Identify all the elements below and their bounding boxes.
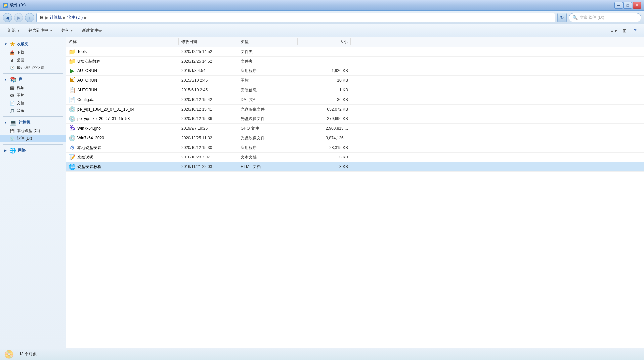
file-name: 本地硬盘安装: [77, 145, 101, 151]
file-icon: 📋: [69, 87, 75, 93]
file-type: 安装信息: [238, 87, 298, 94]
drive-c-icon: 💾: [9, 128, 15, 134]
close-button[interactable]: ✕: [633, 2, 641, 9]
sidebar-computer-label: 计算机: [19, 120, 30, 125]
divider-2: [3, 116, 63, 117]
sidebar-item-video[interactable]: 🎬 视频: [0, 84, 66, 92]
col-header-size[interactable]: 大小: [298, 38, 351, 45]
file-date: 2020/10/12 15:42: [179, 97, 238, 103]
sidebar-item-downloads[interactable]: 📥 下载: [0, 49, 66, 56]
col-header-name[interactable]: 名称: [66, 38, 179, 45]
view-details-button[interactable]: ⊞: [620, 26, 629, 35]
titlebar-icon: 📁: [3, 3, 8, 8]
file-date: 2020/10/12 15:30: [179, 145, 238, 151]
maximize-button[interactable]: □: [623, 2, 632, 9]
share-button[interactable]: 共享 ▼: [58, 26, 77, 35]
search-box[interactable]: 🔍 搜索 软件 (D:): [569, 13, 641, 22]
sidebar-section-favorites: ▼ ★ 收藏夹 📥 下载 🖥 桌面 🕐 最近访问的位置: [0, 40, 66, 71]
view-controls: ≡▼ ⊞ ?: [610, 26, 640, 35]
status-app-icon: 📀: [4, 350, 14, 359]
table-row[interactable]: 📝 光盘说明 2016/10/23 7:07 文本文档 5 KB: [66, 153, 644, 162]
organize-arrow: ▼: [17, 29, 20, 32]
file-icon: 📁: [69, 48, 75, 55]
sidebar-item-drive-d[interactable]: 💿 软件 (D:): [0, 135, 66, 142]
sidebar-item-documents[interactable]: 📄 文档: [0, 99, 66, 107]
file-icon: 💿: [69, 135, 75, 141]
file-size: [298, 61, 351, 62]
desktop-icon: 🖥: [9, 58, 15, 63]
sidebar-favorites-header[interactable]: ▼ ★ 收藏夹: [0, 40, 66, 49]
new-folder-button[interactable]: 新建文件夹: [78, 26, 106, 35]
file-list-header: 名称 修改日期 类型 大小: [66, 37, 644, 47]
file-size: 279,696 KB: [298, 116, 351, 122]
sidebar-network-header[interactable]: ▶ 🌐 网络: [0, 146, 66, 155]
table-row[interactable]: 🖼 AUTORUN 2015/5/10 2:45 图标 10 KB: [66, 76, 644, 85]
sidebar-network-label: 网络: [18, 148, 26, 153]
file-type: HTML 文档: [238, 163, 298, 170]
table-row[interactable]: 📁 Tools 2020/12/25 14:52 文件夹: [66, 47, 644, 57]
favorites-collapse-icon: ▼: [4, 42, 7, 46]
col-header-type[interactable]: 类型: [238, 38, 298, 45]
col-header-date[interactable]: 修改日期: [179, 38, 238, 45]
file-type: 文件夹: [238, 58, 298, 65]
file-date: 2015/5/10 2:45: [179, 87, 238, 93]
sidebar-section-network: ▶ 🌐 网络: [0, 146, 66, 155]
minimize-button[interactable]: ─: [614, 2, 623, 9]
table-row[interactable]: 💿 Win7x64_2020 2020/12/25 11:32 光盘映像文件 3…: [66, 133, 644, 143]
view-toggle-button[interactable]: ≡▼: [610, 26, 619, 35]
organize-button[interactable]: 组织 ▼: [4, 26, 23, 35]
table-row[interactable]: ⚙ 本地硬盘安装 2020/10/12 15:30 应用程序 28,315 KB: [66, 143, 644, 153]
help-button[interactable]: ?: [631, 26, 640, 35]
table-row[interactable]: ▶ AUTORUN 2016/1/8 4:54 应用程序 1,926 KB: [66, 66, 644, 76]
search-placeholder: 搜索 软件 (D:): [580, 15, 604, 20]
file-name: pe_yqs_1064_20_07_31_16_04: [77, 107, 134, 112]
file-type: 光盘映像文件: [238, 135, 298, 142]
file-type: 应用程序: [238, 144, 298, 151]
downloads-icon: 📥: [9, 50, 15, 55]
file-icon: ⚙: [69, 144, 75, 151]
pictures-icon: 🖼: [9, 93, 15, 98]
share-arrow: ▼: [70, 29, 73, 32]
table-row[interactable]: 📄 Config.dat 2020/10/12 15:42 DAT 文件 36 …: [66, 95, 644, 105]
table-row[interactable]: 🌐 硬盘安装教程 2016/11/21 22:03 HTML 文档 3 KB: [66, 162, 644, 172]
table-row[interactable]: 💿 pe_yqs_1064_20_07_31_16_04 2020/10/12 …: [66, 105, 644, 114]
up-button[interactable]: ↑: [25, 13, 34, 22]
back-button[interactable]: ◀: [3, 13, 12, 22]
path-computer[interactable]: 计算机: [50, 15, 62, 20]
sidebar-computer-header[interactable]: ▼ 💻 计算机: [0, 118, 66, 127]
file-name: Config.dat: [77, 97, 96, 102]
file-type: 光盘映像文件: [238, 106, 298, 113]
sidebar-item-pictures[interactable]: 🖼 图片: [0, 92, 66, 99]
file-date: 2015/5/10 2:45: [179, 77, 238, 83]
file-size: 5 KB: [298, 154, 351, 160]
sidebar-libraries-header[interactable]: ▼ 📚 库: [0, 75, 66, 84]
file-name: AUTORUN: [77, 78, 97, 83]
divider-3: [3, 144, 63, 145]
file-type: 文件夹: [238, 48, 298, 55]
include-library-button[interactable]: 包含到库中 ▼: [25, 26, 56, 35]
file-date: 2020/12/25 11:32: [179, 135, 238, 141]
documents-icon: 📄: [9, 101, 15, 106]
table-row[interactable]: 📁 U盘安装教程 2020/12/25 14:52 文件夹: [66, 57, 644, 66]
sidebar-section-computer: ▼ 💻 计算机 💾 本地磁盘 (C:) 💿 软件 (D:): [0, 118, 66, 142]
sidebar-item-music[interactable]: 🎵 音乐: [0, 107, 66, 114]
toolbar: 组织 ▼ 包含到库中 ▼ 共享 ▼ 新建文件夹 ≡▼ ⊞ ?: [0, 24, 644, 37]
titlebar-left: 📁 软件 (D:): [3, 2, 26, 8]
statusbar: 📀 13 个对象: [0, 348, 644, 360]
include-library-arrow: ▼: [50, 29, 53, 32]
file-icon: 📄: [69, 96, 75, 103]
table-row[interactable]: 💿 pe_yqs_xp_20_07_31_15_53 2020/10/12 15…: [66, 114, 644, 124]
path-drive[interactable]: 软件 (D:): [67, 15, 83, 20]
sidebar-item-drive-c[interactable]: 💾 本地磁盘 (C:): [0, 127, 66, 135]
table-row[interactable]: 🗜 Win7x64.gho 2019/9/7 19:25 GHO 文件 2,90…: [66, 124, 644, 133]
file-name: Win7x64.gho: [77, 126, 101, 131]
file-name: Win7x64_2020: [77, 136, 104, 140]
file-type: 应用程序: [238, 68, 298, 74]
file-size: [298, 51, 351, 52]
sidebar-item-recent[interactable]: 🕐 最近访问的位置: [0, 64, 66, 71]
table-row[interactable]: 📋 AUTORUN 2015/5/10 2:45 安装信息 1 KB: [66, 85, 644, 95]
forward-button[interactable]: ▶: [14, 13, 23, 22]
sidebar-item-desktop[interactable]: 🖥 桌面: [0, 56, 66, 64]
refresh-button[interactable]: ↻: [557, 13, 567, 22]
address-path[interactable]: 🖥 ▶ 计算机 ▶ 软件 (D:) ▶: [36, 13, 555, 22]
